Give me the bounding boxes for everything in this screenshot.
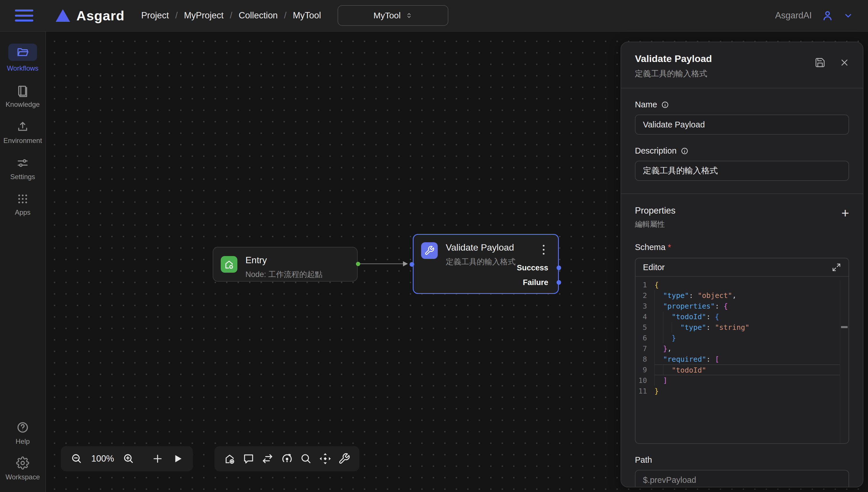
- sidebar-item-apps[interactable]: Apps: [1, 193, 44, 217]
- code-line-4[interactable]: 4"todoId": {: [636, 312, 848, 322]
- run-workflow-button[interactable]: [172, 453, 183, 464]
- swap-arrows-icon: [261, 452, 274, 465]
- move-diamond-icon: [319, 452, 331, 465]
- folder-icon: [16, 46, 29, 59]
- code-line-10[interactable]: 10]: [636, 375, 848, 386]
- port-label-success: Success: [517, 264, 548, 272]
- name-input[interactable]: Validate Payload: [635, 115, 849, 134]
- sidebar-item-settings[interactable]: Settings: [1, 157, 44, 181]
- node-validate-payload[interactable]: Validate Payload 定義工具的輸入格式 Success Failu…: [413, 234, 559, 294]
- code-line-5[interactable]: 5"type": "string": [636, 322, 848, 333]
- pan-move-button[interactable]: [319, 452, 331, 465]
- app-logo[interactable]: Asgard: [56, 8, 125, 24]
- port-label-failure: Failure: [523, 278, 548, 287]
- user-avatar-icon[interactable]: [821, 9, 834, 22]
- book-icon: [16, 84, 29, 97]
- code-line-7[interactable]: 7},: [636, 343, 848, 354]
- sidebar-item-label: Environment: [3, 137, 42, 145]
- validate-success-port[interactable]: [556, 266, 561, 270]
- add-node-button[interactable]: [152, 453, 163, 464]
- sidebar-item-workflows[interactable]: Workflows: [1, 44, 44, 72]
- top-bar: Asgard Project / MyProject / Collection …: [0, 0, 868, 31]
- code-line-1[interactable]: 1{: [636, 279, 848, 290]
- code-line-6[interactable]: 6}: [636, 333, 848, 343]
- add-entry-node-button[interactable]: [224, 453, 235, 465]
- editor-scrollbar-thumb[interactable]: [841, 326, 848, 328]
- breadcrumb-collection[interactable]: Collection: [239, 10, 278, 21]
- zoom-level[interactable]: 100%: [91, 453, 114, 464]
- breadcrumb-myproject[interactable]: MyProject: [184, 10, 224, 21]
- path-input[interactable]: $.prevPayload: [635, 470, 849, 487]
- tool-selector[interactable]: MyTool: [338, 5, 448, 26]
- breadcrumb-project[interactable]: Project: [141, 10, 169, 21]
- zoom-out-icon: [71, 453, 83, 465]
- comment-tool-button[interactable]: [243, 453, 255, 465]
- node-subtitle: Node: 工作流程的起點: [245, 269, 323, 279]
- help-icon: [16, 421, 29, 434]
- close-icon[interactable]: [839, 57, 850, 68]
- info-icon[interactable]: [680, 147, 689, 155]
- auto-layout-button[interactable]: [281, 452, 293, 465]
- code-line-9[interactable]: 9"todoId": [636, 365, 848, 375]
- validate-node-icon: [421, 242, 438, 259]
- search-canvas-button[interactable]: [300, 453, 312, 465]
- breadcrumb-mytool[interactable]: MyTool: [293, 10, 321, 21]
- entry-output-port[interactable]: [356, 262, 360, 266]
- sidebar-item-label: Workspace: [5, 473, 40, 481]
- zoom-out-button[interactable]: [71, 453, 83, 465]
- tools-toolbar: [215, 446, 359, 471]
- code-line-11[interactable]: 11}: [636, 386, 848, 396]
- swap-connections-button[interactable]: [261, 452, 274, 465]
- path-field-label: Path: [635, 455, 849, 465]
- code-line-3[interactable]: 3"properties": {: [636, 301, 848, 312]
- node-entry[interactable]: Entry Node: 工作流程的起點: [213, 247, 358, 281]
- entry-node-icon: [221, 256, 238, 273]
- zoom-in-button[interactable]: [123, 453, 134, 465]
- panel-subtitle: 定義工具的輸入格式: [635, 68, 849, 79]
- account-chevron-down-icon[interactable]: [843, 10, 853, 20]
- properties-title: Properties: [635, 205, 675, 216]
- node-tools-button[interactable]: [338, 453, 350, 465]
- updown-chevron-icon: [405, 12, 413, 19]
- logo-triangle-icon: [56, 9, 70, 22]
- validate-failure-port[interactable]: [556, 280, 561, 285]
- wrench-icon: [424, 245, 435, 256]
- schema-editor: Editor 1{2"type": "object",3"properties"…: [635, 258, 849, 444]
- wrench-icon: [338, 453, 350, 465]
- app-root: Asgard Project / MyProject / Collection …: [0, 0, 868, 492]
- editor-code[interactable]: 1{2"type": "object",3"properties": {4"to…: [636, 277, 848, 444]
- tool-selector-value: MyTool: [373, 10, 401, 20]
- sidebar: Workflows Knowledge Environment Settings…: [0, 31, 46, 492]
- sidebar-item-environment[interactable]: Environment: [1, 121, 44, 145]
- edge-entry-to-validate[interactable]: [360, 264, 405, 264]
- breadcrumb-separator: /: [284, 10, 287, 21]
- code-line-8[interactable]: 8"required": [: [636, 354, 848, 365]
- plus-icon: [152, 453, 163, 464]
- search-icon: [300, 453, 312, 465]
- sidebar-item-help[interactable]: Help: [1, 421, 44, 445]
- node-subtitle: 定義工具的輸入格式: [446, 256, 516, 267]
- info-icon[interactable]: [661, 101, 669, 109]
- editor-scrollbar[interactable]: [840, 280, 848, 443]
- play-icon: [172, 453, 183, 464]
- add-property-button[interactable]: +: [841, 207, 849, 219]
- breadcrumb: Project / MyProject / Collection / MyToo…: [141, 10, 321, 21]
- sliders-icon: [16, 157, 29, 169]
- node-menu-kebab-icon[interactable]: [538, 243, 549, 256]
- panel-body: Name Validate Payload Description 定義工具的輸…: [621, 89, 863, 487]
- upload-icon: [16, 121, 29, 133]
- validate-input-port[interactable]: [410, 262, 414, 267]
- save-icon[interactable]: [815, 57, 825, 68]
- user-label: AsgardAI: [775, 10, 812, 21]
- expand-icon[interactable]: [832, 263, 841, 272]
- sidebar-item-workspace[interactable]: Workspace: [1, 457, 44, 481]
- gear-icon: [16, 457, 29, 470]
- grid-icon: [17, 193, 29, 205]
- code-line-2[interactable]: 2"type": "object",: [636, 290, 848, 301]
- breadcrumb-separator: /: [175, 10, 178, 21]
- description-input[interactable]: 定義工具的輸入格式: [635, 161, 849, 181]
- sidebar-item-knowledge[interactable]: Knowledge: [1, 84, 44, 108]
- sidebar-item-label: Help: [16, 438, 30, 445]
- node-config-panel: Validate Payload 定義工具的輸入格式 Name Validate…: [621, 42, 863, 487]
- hamburger-menu-icon[interactable]: [15, 9, 33, 22]
